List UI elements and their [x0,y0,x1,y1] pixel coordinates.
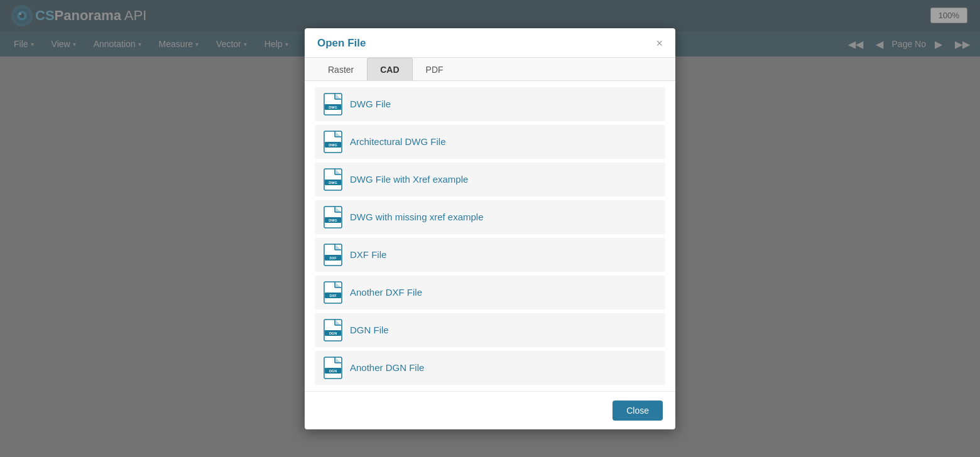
tab-pdf[interactable]: PDF [413,58,457,81]
file-name-label: DWG File with Xref example [350,174,468,185]
file-type-icon: DXF [324,281,342,304]
file-item[interactable]: DWG DWG with missing xref example [315,200,665,234]
file-type-icon: DWG [324,206,342,228]
file-name-label: Architectural DWG File [350,136,446,147]
file-type-icon: DWG [324,168,342,191]
close-button[interactable]: Close [612,401,663,421]
file-item[interactable]: DWG DWG File with Xref example [315,163,665,196]
file-type-icon: DGN [324,319,342,341]
svg-text:DWG: DWG [329,218,337,222]
modal-close-x[interactable]: × [656,38,663,49]
tab-cad[interactable]: CAD [367,58,412,81]
tab-raster[interactable]: Raster [315,58,367,81]
svg-text:DWG: DWG [329,105,337,109]
file-item[interactable]: DGN DGN File [315,313,665,347]
modal-overlay: Open File × Raster CAD PDF DWG DWG File … [0,0,980,457]
file-item[interactable]: DXF Another DXF File [315,276,665,309]
file-name-label: DWG File [350,99,391,109]
file-type-tabs: Raster CAD PDF [305,58,675,81]
svg-text:DXF: DXF [330,256,337,260]
modal-header: Open File × [305,28,675,58]
file-name-label: DWG with missing xref example [350,212,484,222]
file-item[interactable]: DWG Architectural DWG File [315,125,665,159]
file-name-label: Another DGN File [350,362,424,373]
file-item[interactable]: DWG DWG File [315,87,665,121]
open-file-modal: Open File × Raster CAD PDF DWG DWG File … [305,28,675,429]
svg-text:DGN: DGN [329,369,337,373]
file-type-icon: DXF [324,244,342,266]
svg-text:DXF: DXF [330,294,337,298]
file-name-label: DXF File [350,249,386,260]
svg-text:DWG: DWG [329,143,337,147]
file-name-label: DGN File [350,325,389,335]
svg-text:DGN: DGN [329,331,337,335]
file-item[interactable]: DXF DXF File [315,238,665,272]
file-name-label: Another DXF File [350,287,422,298]
file-type-icon: DWG [324,131,342,153]
file-type-icon: DWG [324,93,342,116]
file-type-icon: DGN [324,357,342,379]
modal-title: Open File [317,37,366,50]
svg-text:DWG: DWG [329,181,337,185]
file-item[interactable]: DGN Another DGN File [315,351,665,385]
modal-footer: Close [305,391,675,429]
file-list: DWG DWG File DWG Architectural DWG File … [305,81,675,391]
